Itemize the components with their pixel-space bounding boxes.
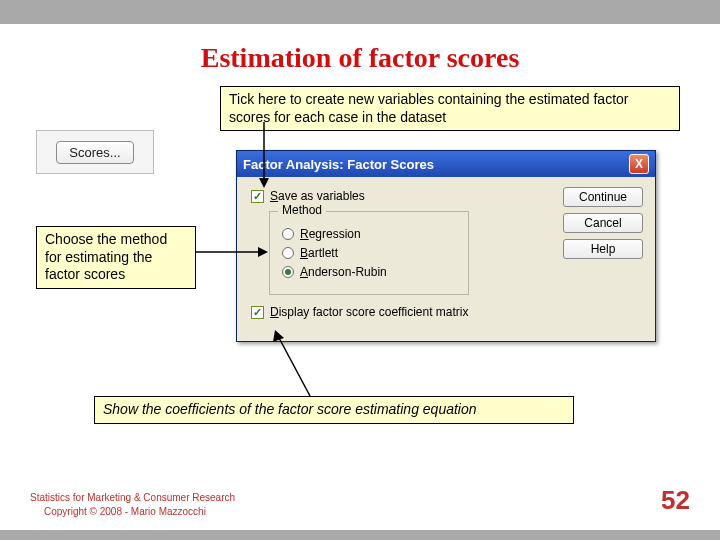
callout-bottom: Show the coefficients of the factor scor… bbox=[94, 396, 574, 424]
page-number: 52 bbox=[661, 485, 690, 516]
checkbox-icon[interactable] bbox=[251, 306, 264, 319]
callout-left: Choose the method for estimating the fac… bbox=[36, 226, 196, 289]
checkbox-icon[interactable] bbox=[251, 190, 264, 203]
dialog-body: Save as variables Method Regression Bart… bbox=[237, 177, 655, 341]
close-icon[interactable]: X bbox=[629, 154, 649, 174]
dialog-title-text: Factor Analysis: Factor Scores bbox=[243, 157, 629, 172]
continue-button[interactable]: Continue bbox=[563, 187, 643, 207]
radio-bartlett-label: Bartlett bbox=[300, 246, 338, 260]
help-button[interactable]: Help bbox=[563, 239, 643, 259]
callout-top: Tick here to create new variables contai… bbox=[220, 86, 680, 131]
save-as-variables-label: Save as variables bbox=[270, 189, 365, 203]
method-group-title: Method bbox=[278, 203, 326, 217]
scores-button[interactable]: Scores... bbox=[56, 141, 133, 164]
display-matrix-label: Display factor score coefficient matrix bbox=[270, 305, 469, 319]
footer-attribution: Statistics for Marketing & Consumer Rese… bbox=[30, 491, 235, 518]
radio-anderson-rubin[interactable]: Anderson-Rubin bbox=[282, 265, 456, 279]
scores-button-excerpt: Scores... bbox=[36, 130, 154, 174]
cancel-button[interactable]: Cancel bbox=[563, 213, 643, 233]
display-matrix-row[interactable]: Display factor score coefficient matrix bbox=[251, 305, 645, 319]
radio-icon[interactable] bbox=[282, 247, 294, 259]
radio-regression-label: Regression bbox=[300, 227, 361, 241]
svg-line-4 bbox=[278, 336, 310, 396]
dialog-titlebar: Factor Analysis: Factor Scores X bbox=[237, 151, 655, 177]
slide-bottom-bar bbox=[0, 530, 720, 540]
radio-bartlett[interactable]: Bartlett bbox=[282, 246, 456, 260]
slide-title: Estimation of factor scores bbox=[0, 42, 720, 74]
method-groupbox: Method Regression Bartlett Anderson-Rubi… bbox=[269, 211, 469, 295]
radio-icon[interactable] bbox=[282, 228, 294, 240]
radio-anderson-label: Anderson-Rubin bbox=[300, 265, 387, 279]
radio-icon[interactable] bbox=[282, 266, 294, 278]
dialog-button-column: Continue Cancel Help bbox=[563, 187, 643, 259]
slide-top-bar bbox=[0, 0, 720, 24]
radio-regression[interactable]: Regression bbox=[282, 227, 456, 241]
factor-scores-dialog: Factor Analysis: Factor Scores X Save as… bbox=[236, 150, 656, 342]
